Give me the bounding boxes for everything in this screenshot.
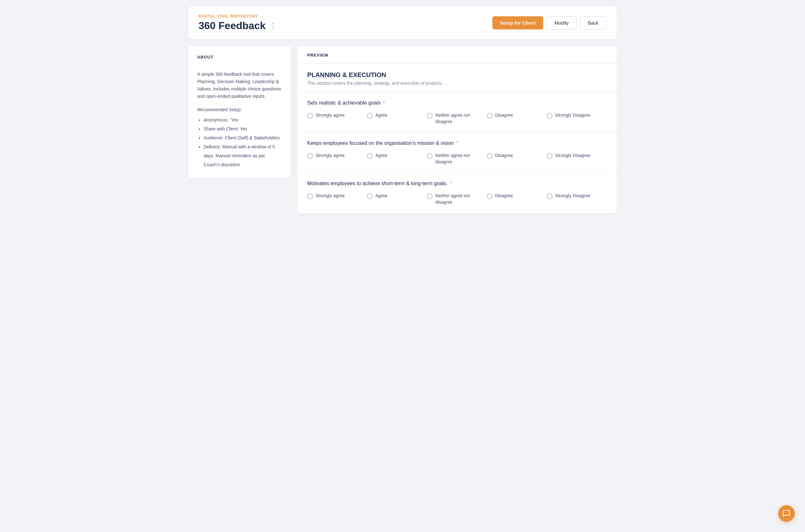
- option-strongly-disagree-3[interactable]: Strongly Disagree: [547, 193, 607, 205]
- radio-circle[interactable]: [367, 193, 373, 199]
- option-label: Disagree: [495, 193, 513, 199]
- recommended-list: Anonymous : Yes Share with Client: Yes A…: [197, 115, 282, 169]
- back-button[interactable]: Back: [580, 16, 607, 30]
- option-strongly-agree-3[interactable]: Strongly agree: [307, 193, 367, 205]
- required-star-3: *: [448, 180, 452, 186]
- setup-for-client-button[interactable]: Setup for Client: [492, 16, 543, 30]
- radio-circle[interactable]: [547, 193, 552, 199]
- chat-button[interactable]: [778, 505, 795, 522]
- option-label: Strongly Disagree: [555, 193, 591, 199]
- list-item: Delivery: Manual with a window of 5 days…: [204, 142, 282, 169]
- option-strongly-agree-1[interactable]: Strongly agree: [307, 112, 367, 125]
- main-content: ABOUT A simple 360 feedback tool that co…: [188, 46, 617, 213]
- header-card: DIGITAL TOOL REPOSITORY 360 Feedback ⋮ S…: [188, 6, 617, 39]
- list-item: Audience: Client (Self) & Stakeholders: [204, 133, 282, 142]
- radio-circle[interactable]: [427, 153, 433, 159]
- page-title: 360 Feedback: [198, 20, 266, 32]
- option-strongly-disagree-1[interactable]: Strongly Disagree: [547, 112, 607, 125]
- question-text-1: Sets realistic & achievable goals *: [307, 100, 607, 106]
- question-text-3: Motivates employees to achieve short-ter…: [307, 180, 607, 186]
- radio-circle[interactable]: [427, 193, 433, 199]
- more-icon[interactable]: ⋮: [269, 22, 277, 30]
- option-label: Strongly Disagree: [555, 152, 591, 159]
- preview-header: PREVIEW: [297, 46, 617, 64]
- option-agree-2[interactable]: Agree: [367, 152, 427, 165]
- preview-panel: PREVIEW PLANNING & EXECUTION This sectio…: [297, 46, 617, 213]
- option-disagree-1[interactable]: Disagree: [487, 112, 547, 125]
- radio-circle[interactable]: [427, 113, 433, 119]
- question-text-2: Keeps employees focused on the organisat…: [307, 140, 607, 146]
- preview-label: PREVIEW: [307, 53, 607, 58]
- option-agree-1[interactable]: Agree: [367, 112, 427, 125]
- required-star-2: *: [455, 140, 458, 146]
- radio-circle[interactable]: [547, 153, 552, 159]
- radio-circle[interactable]: [487, 153, 493, 159]
- options-row-1: Strongly agree Agree Neither agree nor d…: [307, 112, 607, 125]
- option-label: Strongly agree: [315, 193, 345, 199]
- recommended-title: Recommended Setup:: [197, 107, 282, 112]
- option-label: Strongly agree: [315, 152, 345, 159]
- option-label: Agree: [375, 193, 387, 199]
- section-subtitle: This section covers the planning, strate…: [307, 80, 607, 86]
- option-label: Agree: [375, 152, 387, 159]
- page-wrapper: DIGITAL TOOL REPOSITORY 360 Feedback ⋮ S…: [188, 6, 617, 213]
- radio-circle[interactable]: [367, 153, 373, 159]
- about-section-label: ABOUT: [197, 55, 282, 64]
- option-neither-1[interactable]: Neither agree nor disagree: [427, 112, 486, 125]
- header-left: DIGITAL TOOL REPOSITORY 360 Feedback ⋮: [198, 14, 277, 32]
- option-label: Neither agree nor disagree: [435, 152, 486, 165]
- radio-circle[interactable]: [547, 113, 552, 119]
- question-block-1: Sets realistic & achievable goals * Stro…: [297, 92, 617, 133]
- required-star-1: *: [381, 100, 385, 106]
- option-strongly-agree-2[interactable]: Strongly agree: [307, 152, 367, 165]
- option-label: Neither agree nor disagree: [435, 112, 486, 125]
- question-block-3: Motivates employees to achieve short-ter…: [297, 173, 617, 213]
- options-row-3: Strongly agree Agree Neither agree nor d…: [307, 193, 607, 205]
- option-label: Agree: [375, 112, 387, 119]
- option-neither-2[interactable]: Neither agree nor disagree: [427, 152, 486, 165]
- list-item: Share with Client: Yes: [204, 125, 282, 133]
- options-row-2: Strongly agree Agree Neither agree nor d…: [307, 152, 607, 165]
- radio-circle[interactable]: [307, 113, 313, 119]
- radio-circle[interactable]: [487, 113, 493, 119]
- radio-circle[interactable]: [307, 193, 313, 199]
- modify-button[interactable]: Modify: [547, 16, 576, 30]
- about-panel: ABOUT A simple 360 feedback tool that co…: [188, 46, 291, 178]
- question-block-2: Keeps employees focused on the organisat…: [297, 133, 617, 173]
- page-title-row: 360 Feedback ⋮: [198, 20, 277, 32]
- option-label: Strongly agree: [315, 112, 345, 119]
- radio-circle[interactable]: [307, 153, 313, 159]
- option-disagree-3[interactable]: Disagree: [487, 193, 547, 205]
- about-description: A simple 360 feedback tool that covers P…: [197, 71, 282, 100]
- radio-circle[interactable]: [367, 113, 373, 119]
- radio-circle[interactable]: [487, 193, 493, 199]
- list-item: Anonymous : Yes: [204, 115, 282, 125]
- header-actions: Setup for Client Modify Back: [492, 16, 607, 30]
- option-label: Disagree: [495, 152, 513, 159]
- option-neither-3[interactable]: Neither agree nor disagree: [427, 193, 486, 205]
- option-strongly-disagree-2[interactable]: Strongly Disagree: [547, 152, 607, 165]
- option-disagree-2[interactable]: Disagree: [487, 152, 547, 165]
- option-agree-3[interactable]: Agree: [367, 193, 427, 205]
- option-label: Strongly Disagree: [555, 112, 591, 119]
- section-block: PLANNING & EXECUTION This section covers…: [297, 64, 617, 92]
- option-label: Neither agree nor disagree: [435, 193, 486, 205]
- chat-icon: [782, 509, 791, 518]
- option-label: Disagree: [495, 112, 513, 119]
- section-title: PLANNING & EXECUTION: [307, 71, 607, 79]
- repo-label: DIGITAL TOOL REPOSITORY: [198, 14, 277, 19]
